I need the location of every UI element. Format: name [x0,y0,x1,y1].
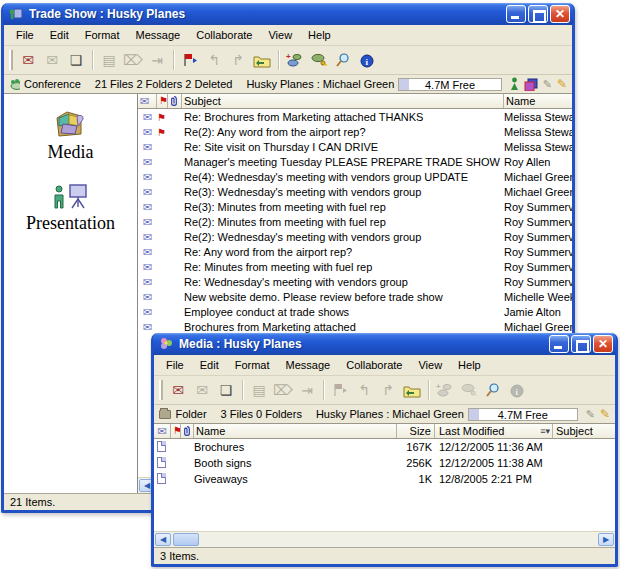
scroll-left-button[interactable]: ◀ [155,533,171,546]
menu-file[interactable]: File [8,27,42,43]
menu-view[interactable]: View [260,27,300,43]
horizontal-scrollbar[interactable]: ◀ ▶ [154,531,615,547]
close-button[interactable] [593,335,613,353]
new-document-icon[interactable]: ❏ [214,378,238,402]
toolbar-grip[interactable] [9,50,13,70]
new-message-icon[interactable]: ✉ [16,48,40,72]
reply-icon[interactable]: ✉ [190,378,214,402]
modified-column-header[interactable]: Last Modified ≡▾ [435,424,553,438]
window-title: Trade Show : Husky Planes [29,7,504,21]
add-member-icon[interactable]: + [283,48,307,72]
close-button[interactable] [550,5,570,23]
maximize-button[interactable] [528,5,548,23]
mark-read-icon[interactable]: ↱ [226,48,250,72]
member-icon[interactable] [510,77,519,91]
message-row[interactable]: ✉Re(4): Wednesday's meeting with vendors… [138,169,572,184]
name-column-header[interactable]: Name [504,94,572,108]
properties-icon[interactable]: ▤ [97,48,121,72]
folder-up-icon[interactable] [250,48,274,72]
new-document-icon[interactable]: ❏ [64,48,88,72]
info-icon[interactable]: i [355,48,379,72]
file-row[interactable]: Giveaways1K12/8/2005 2:21 PM [154,471,615,487]
sidebar-item-presentation[interactable]: Presentation [26,181,115,234]
file-row[interactable]: Brochures167K12/12/2005 11:36 AM [154,439,615,455]
sort-icon: ≡▾ [540,426,550,436]
file-size: 256K [397,457,435,469]
name-column-header[interactable]: Name [194,424,397,438]
menu-format[interactable]: Format [227,357,278,373]
message-row[interactable]: ✉⚑Re(2): Any word from the airport rep?M… [138,124,572,139]
flag-icon[interactable] [178,48,202,72]
trade-show-titlebar[interactable]: Trade Show : Husky Planes [3,3,573,25]
document-icon [157,457,166,468]
flag-column-header[interactable]: ⚑ [157,94,168,108]
pencil-icon[interactable]: ✎ [586,408,595,421]
flag-column-header[interactable]: ⚑ [171,424,181,438]
menu-file[interactable]: File [158,357,192,373]
reply-icon[interactable]: ✉ [40,48,64,72]
search-icon[interactable] [331,48,355,72]
menu-edit[interactable]: Edit [192,357,227,373]
menu-edit[interactable]: Edit [42,27,77,43]
menu-help[interactable]: Help [300,27,339,43]
layers-icon[interactable] [524,78,538,91]
message-row[interactable]: ✉Brochures from Marketing attachedMichae… [138,319,572,334]
toolbar-grip[interactable] [159,380,163,400]
delete-icon[interactable]: ⌦ [271,378,295,402]
properties-icon[interactable]: ▤ [247,378,271,402]
conference-icon [9,78,20,91]
envelope-column-header[interactable]: ✉ [138,94,157,108]
scroll-right-button[interactable]: ▶ [598,533,614,546]
message-row[interactable]: ✉Employee conduct at trade showsJamie Al… [138,304,572,319]
new-message-icon[interactable]: ✉ [166,378,190,402]
menu-collaborate[interactable]: Collaborate [188,27,260,43]
unread-icon[interactable]: ↰ [202,48,226,72]
menu-collaborate[interactable]: Collaborate [338,357,410,373]
minimize-button[interactable] [549,335,569,353]
menu-view[interactable]: View [410,357,450,373]
move-icon[interactable]: ⇥ [295,378,319,402]
signature-pen-icon[interactable]: ✎ [600,407,610,421]
info-icon[interactable]: i [505,378,529,402]
permissions-icon[interactable] [457,378,481,402]
permissions-icon[interactable] [307,48,331,72]
media-titlebar[interactable]: Media : Husky Planes [153,333,616,355]
message-row[interactable]: ✉New website demo. Please review before … [138,289,572,304]
menu-help[interactable]: Help [450,357,489,373]
unread-icon[interactable]: ↰ [352,378,376,402]
message-row[interactable]: ✉⚑Re: Brochures from Marketing attached … [138,109,572,124]
attachment-column-header[interactable] [181,424,194,438]
folder-up-icon[interactable] [400,378,424,402]
move-icon[interactable]: ⇥ [145,48,169,72]
attachment-column-header[interactable] [168,94,182,108]
message-row[interactable]: ✉Re: Any word from the airport rep?Roy S… [138,244,572,259]
message-row[interactable]: ✉Re(2): Minutes from meeting with fuel r… [138,214,572,229]
search-icon[interactable] [481,378,505,402]
message-row[interactable]: ✉Manager's meeting Tuesday PLEASE PREPAR… [138,154,572,169]
maximize-button[interactable] [571,335,591,353]
menu-message[interactable]: Message [278,357,339,373]
message-row[interactable]: ✉Re(3): Wednesday's meeting with vendors… [138,184,572,199]
add-member-icon[interactable]: + [433,378,457,402]
pencil-icon[interactable]: ✎ [543,78,552,91]
sidebar-item-media[interactable]: Media [48,108,94,163]
mark-read-icon[interactable]: ↱ [376,378,400,402]
message-row[interactable]: ✉Re: Site visit on Thursday I CAN DRIVEM… [138,139,572,154]
signature-pen-icon[interactable]: ✎ [557,77,567,91]
message-row[interactable]: ✉Re: Minutes from meeting with fuel repR… [138,259,572,274]
envelope-column-header[interactable]: ✉ [154,424,171,438]
minimize-button[interactable] [506,5,526,23]
message-row[interactable]: ✉Re(2): Wednesday's meeting with vendors… [138,229,572,244]
scrollbar-thumb[interactable] [173,533,199,546]
file-row[interactable]: Booth signs256K12/12/2005 11:38 AM [154,455,615,471]
flag-icon[interactable] [328,378,352,402]
delete-icon[interactable]: ⌦ [121,48,145,72]
menu-message[interactable]: Message [128,27,189,43]
message-row[interactable]: ✉Re: Wednesday's meeting with vendors gr… [138,274,572,289]
size-column-header[interactable]: Size [397,424,435,438]
message-row[interactable]: ✉Re(3): Minutes from meeting with fuel r… [138,199,572,214]
paperclip-icon [170,95,178,107]
subject-column-header[interactable]: Subject [182,94,504,108]
subject-column-header[interactable]: Subject [553,424,615,438]
menu-format[interactable]: Format [77,27,128,43]
